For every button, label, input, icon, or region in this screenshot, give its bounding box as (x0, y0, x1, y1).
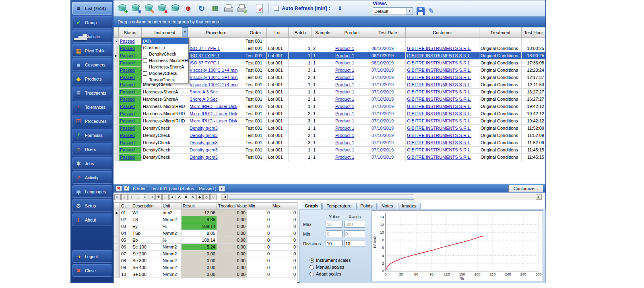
order-filter-value[interactable]: Test 001 (244, 38, 267, 45)
nav-refresh-button[interactable]: ↻ (190, 194, 196, 200)
customer-link[interactable]: GIBITRE INSTRUMENTS S.R.L. (407, 104, 471, 109)
table-row[interactable]: Passed Hardness-ShoreA Shore A 3 Sec Tes… (114, 96, 546, 103)
sidebar-item-logout[interactable]: ➔ Logout (72, 250, 112, 263)
procedure-link[interactable]: ISO 37 TYPE 1 (190, 46, 220, 51)
product-link[interactable]: Product 1 (335, 147, 354, 152)
table-row[interactable]: Passed DensityCheck Density g/cm3 Test 0… (114, 147, 546, 154)
sidebar-item-about[interactable]: ℹ About (72, 213, 112, 226)
table-row[interactable]: Passed Hardness-MicroIRHD Micro IRHD - L… (114, 110, 546, 118)
filter-dropdown-item[interactable]: Hardness-MicroIRHD (142, 57, 188, 64)
horizontal-scrollbar[interactable]: ◀ ▶ (221, 194, 542, 200)
customer-link[interactable]: GIBITRE INSTRUMENTS S.R.L. (407, 75, 471, 80)
tab-images[interactable]: Images (398, 203, 421, 209)
table-row[interactable]: Passed DensityCheck Density g/cm3 Test 0… (114, 132, 546, 139)
product-link[interactable]: Product 1 (335, 111, 354, 116)
column-header-order[interactable]: Order (244, 27, 267, 38)
nav-goto-bookmark-button[interactable]: ◇ (203, 194, 210, 200)
procedure-link[interactable]: Density g/cm3 (190, 133, 218, 138)
nav-first-button[interactable]: ⇤ (114, 194, 121, 200)
instrument-filter-button[interactable]: ▼ (182, 27, 188, 37)
checkbox-icon[interactable] (143, 65, 147, 69)
copy-record-icon[interactable]: ⊞ (130, 3, 140, 14)
customer-link[interactable]: GIBITRE INSTRUMENTS S.R.L. (407, 140, 471, 145)
customer-link[interactable]: GIBITRE INSTRUMENTS S.R.L. (407, 133, 471, 138)
status-link[interactable]: Passed (120, 60, 135, 65)
procedure-link[interactable]: Shore A 3 Sec (190, 97, 218, 102)
customer-link[interactable]: GIBITRE INSTRUMENTS S.R.L. (407, 155, 471, 160)
status-link[interactable]: Passed (120, 118, 135, 123)
customer-link[interactable]: GIBITRE INSTRUMENTS S.R.L. (407, 126, 471, 131)
column-header-customer[interactable]: Customer (406, 27, 479, 38)
group-by-bar[interactable]: Drag a column header here to group by th… (114, 17, 545, 27)
column-header-batch[interactable]: Batch (289, 27, 312, 38)
procedure-link[interactable]: Micro IRHD - Laser Disk (190, 118, 237, 123)
procedure-link[interactable]: Density g/cm3 (190, 126, 218, 131)
edit-record-icon[interactable]: ✎ (143, 3, 154, 14)
sidebar-item-setup[interactable]: ⚙ Setup (72, 199, 112, 212)
max-y-input[interactable] (326, 221, 343, 228)
sidebar-item-tolerances[interactable]: ± Tolerances (72, 101, 112, 113)
user-icon[interactable]: ☻ (183, 3, 194, 14)
tab-graph[interactable]: Graph (301, 203, 322, 209)
filter-dropdown-item[interactable]: DensityCheck (142, 51, 188, 57)
procedure-link[interactable]: Viscosity 100°C 1+4 min (190, 68, 237, 73)
status-link[interactable]: Passed (120, 140, 135, 145)
min-x-input[interactable] (344, 230, 365, 237)
procedure-link[interactable]: Density g/cm3 (190, 155, 218, 160)
column-header-lot[interactable]: Lot (267, 27, 289, 38)
procedure-link[interactable]: Micro IRHD - Laser Disk (190, 104, 237, 109)
delete-record-icon[interactable]: ✖ (157, 3, 167, 14)
tab-points[interactable]: Points (356, 203, 377, 209)
customer-link[interactable]: GIBITRE INSTRUMENTS S.R.L. (407, 46, 471, 51)
customize-button[interactable]: Customize... (508, 185, 543, 192)
column-header-treatment[interactable]: Treatment (479, 27, 522, 38)
customer-link[interactable]: GIBITRE INSTRUMENTS S.R.L. (407, 97, 471, 102)
column-header-description[interactable]: Description (131, 203, 161, 209)
sidebar-item-pivot-table[interactable]: ▦ Pivot Table (72, 44, 112, 57)
sidebar-item-group[interactable]: ✔ Group (72, 16, 112, 29)
measurement-row[interactable]: 05 Eb % 188.14 0.00 0 0 (114, 237, 297, 244)
measurement-row[interactable]: 08 Se 300 N/mm2 0.00 0.00 0 0 (114, 257, 297, 264)
print-preview-icon[interactable]: ✔ (236, 3, 247, 14)
customer-link[interactable]: GIBITRE INSTRUMENTS S.R.L. (407, 53, 471, 58)
nav-cancel-button[interactable]: ✖ (183, 194, 189, 200)
status-link[interactable]: Passed (120, 97, 135, 102)
customer-link[interactable]: GIBITRE INSTRUMENTS S.R.L. (407, 68, 471, 73)
column-header-test-hour[interactable]: Test Hour (522, 27, 546, 38)
measurement-row[interactable]: 04 TSb N/mm2 8.85 0.00 0 0 (114, 230, 297, 237)
customer-link[interactable]: GIBITRE INSTRUMENTS S.R.L. (407, 111, 471, 116)
nav-prior-button[interactable]: ‹ (128, 194, 134, 200)
column-header-product[interactable]: Product (334, 27, 370, 38)
product-link[interactable]: Product 1 (335, 133, 354, 138)
sidebar-item-languages[interactable]: ◉ Languages (72, 185, 112, 198)
sidebar-item-list[interactable]: ≡ List (7514) (72, 2, 112, 15)
customer-link[interactable]: GIBITRE INSTRUMENTS S.R.L. (407, 118, 471, 123)
min-y-input[interactable] (326, 230, 343, 237)
status-link[interactable]: Passed (120, 82, 135, 87)
nav-next-page-button[interactable]: » (142, 194, 148, 200)
sidebar-item-formulas[interactable]: ƒ Formulas (72, 129, 112, 141)
filter-dropdown-item[interactable]: MooneyCheck (142, 70, 188, 77)
sidebar-item-products[interactable]: ◆ Products (72, 73, 112, 85)
filter-dropdown-button[interactable]: ▼ (219, 185, 225, 192)
nav-delete-button[interactable]: − (162, 194, 169, 200)
filter-dropdown-item[interactable]: TensorCheck (142, 77, 188, 83)
sidebar-item-statistic[interactable]: ▂▅▇ Statistic (72, 30, 112, 43)
column-header-test-date[interactable]: Test Date (370, 27, 406, 38)
customer-link[interactable]: GIBITRE INSTRUMENTS S.R.L. (407, 147, 471, 152)
checkbox-icon[interactable] (143, 78, 147, 82)
divisions-x-input[interactable] (344, 240, 365, 247)
scrollbar-thumb[interactable] (229, 194, 414, 200)
customer-link[interactable]: GIBITRE INSTRUMENTS S.R.L. (407, 60, 471, 65)
divisions-y-input[interactable] (326, 240, 343, 247)
product-link[interactable]: Product 1 (335, 89, 354, 94)
procedure-link[interactable]: Density g/cm3 (190, 147, 218, 152)
sidebar-item-customers[interactable]: ☻ Customers (72, 58, 112, 71)
measurement-row[interactable]: ▶ 01 Wt mm2 12.96 0.00 0 0 (114, 209, 297, 216)
customer-link[interactable]: GIBITRE INSTRUMENTS S.R.L. (407, 82, 471, 87)
customer-link[interactable]: GIBITRE INSTRUMENTS S.R.L. (407, 89, 471, 94)
filter-dropdown-item[interactable]: (Custom...) (142, 44, 188, 51)
procedure-link[interactable]: Shore A 3 Sec (190, 89, 218, 94)
table-row[interactable]: Passed DensityCheck Density g/cm3 Test 0… (114, 154, 546, 161)
column-header-theorical-value[interactable]: Theorical Value (217, 203, 247, 209)
